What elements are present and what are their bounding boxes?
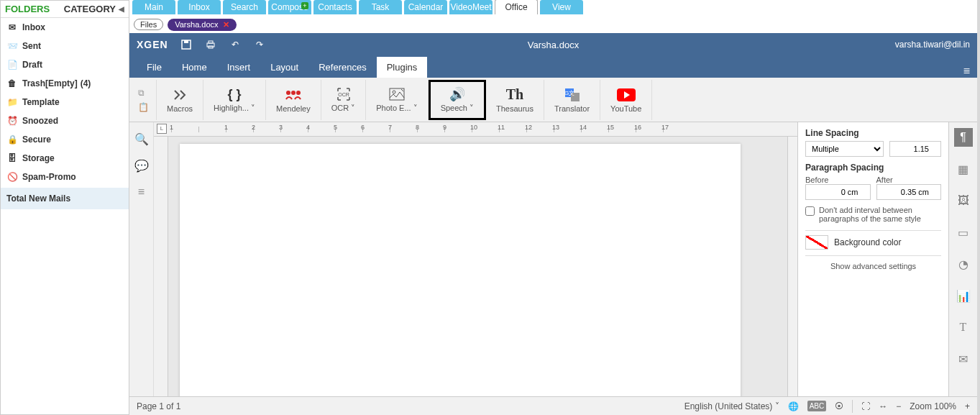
- save-icon[interactable]: [180, 38, 193, 51]
- svg-point-6: [291, 91, 296, 95]
- sidebar-item-snoozed[interactable]: ⏰Snoozed: [1, 111, 129, 130]
- sidebar-tab-folders[interactable]: FOLDERS: [5, 4, 64, 14]
- sidebar-item-spam[interactable]: 🚫Spam-Promo: [1, 168, 129, 186]
- chart-icon[interactable]: 📊: [954, 286, 973, 305]
- document-page[interactable]: [180, 144, 741, 396]
- sidebar-item-label: Secure: [22, 134, 51, 145]
- zoom-in-icon[interactable]: +: [965, 401, 970, 411]
- app-tab-inbox[interactable]: Inbox: [178, 0, 221, 14]
- show-advanced-link[interactable]: Show advanced settings: [805, 262, 941, 270]
- track-changes-icon[interactable]: ⦿: [835, 401, 843, 411]
- bg-color-swatch[interactable]: [805, 235, 828, 250]
- svg-point-10: [393, 91, 395, 94]
- sidebar-item-inbox[interactable]: ✉Inbox: [1, 18, 129, 37]
- paragraph-icon[interactable]: ¶: [954, 128, 973, 147]
- menu-tab-references[interactable]: References: [308, 57, 376, 78]
- vertical-ruler[interactable]: [154, 137, 168, 396]
- ruler-mark: 15: [608, 127, 636, 132]
- image-icon[interactable]: 🖼: [954, 191, 973, 210]
- menu-tab-insert[interactable]: Insert: [217, 57, 261, 78]
- sidebar-item-sent[interactable]: 📨Sent: [1, 37, 129, 55]
- doc-chip[interactable]: Varsha.docx ✕: [168, 19, 236, 31]
- sidebar-item-trash[interactable]: 🗑Trash[Empty](4): [1, 74, 129, 93]
- ruler-mark: 10: [472, 127, 499, 132]
- fit-width-icon[interactable]: ↔: [879, 401, 887, 411]
- fit-page-icon[interactable]: ⛶: [861, 401, 870, 411]
- no-interval-input[interactable]: [805, 206, 815, 216]
- globe-icon[interactable]: 🌐: [788, 401, 799, 411]
- scrollbar[interactable]: [787, 137, 797, 396]
- app-tab-office[interactable]: Office: [495, 0, 538, 14]
- ribbon-translator-button[interactable]: G文Translator: [544, 80, 600, 120]
- copy-icon[interactable]: ⧉: [138, 88, 149, 98]
- app-tab-videomeet[interactable]: VideoMeet: [449, 0, 493, 14]
- headings-icon[interactable]: ≡: [138, 186, 145, 199]
- sidebar-item-template[interactable]: 📁Template: [1, 93, 129, 111]
- youtube-icon: [617, 87, 636, 103]
- ribbon-highlight-button[interactable]: { }Highligh... ˅: [203, 80, 266, 120]
- ribbon-speech-button[interactable]: 🔊Speech ˅: [429, 80, 486, 120]
- tab-stop-selector[interactable]: L: [157, 124, 167, 134]
- ribbon-macros-button[interactable]: Macros: [157, 80, 203, 120]
- sidebar-tab-category[interactable]: CATEGORY: [64, 4, 116, 14]
- comments-icon[interactable]: 💬: [134, 159, 149, 173]
- spacing-before-input[interactable]: [805, 184, 871, 200]
- mail-merge-icon[interactable]: ✉: [954, 350, 973, 368]
- paper-area[interactable]: [168, 137, 787, 396]
- total-new-mails[interactable]: Total New Mails: [1, 188, 129, 209]
- files-button[interactable]: Files: [134, 19, 163, 30]
- undo-icon[interactable]: ↶: [229, 38, 242, 51]
- doc-language[interactable]: English (United States) ˅: [684, 401, 779, 411]
- compose-plus-icon[interactable]: +: [301, 2, 308, 9]
- print-icon[interactable]: [204, 38, 217, 51]
- paste-icon[interactable]: 📋: [138, 102, 149, 112]
- menu-tab-plugins[interactable]: Plugins: [377, 57, 428, 78]
- ribbon-mendeley-button[interactable]: Mendeley: [266, 80, 321, 120]
- menu-tab-home[interactable]: Home: [172, 57, 217, 78]
- close-icon[interactable]: ✕: [223, 20, 229, 29]
- app-tab-task[interactable]: Task: [359, 0, 402, 14]
- sidebar-item-secure[interactable]: 🔒Secure: [1, 130, 129, 149]
- ribbon-label: Speech ˅: [441, 104, 474, 113]
- app-tab-main[interactable]: Main: [132, 0, 175, 14]
- ribbon-ocr-button[interactable]: OCROCR ˅: [321, 80, 367, 120]
- ribbon-thesaurus-button[interactable]: ThThesaurus: [486, 80, 544, 120]
- sidebar-item-draft[interactable]: 📄Draft: [1, 55, 129, 74]
- app-tab-compose[interactable]: Compose+: [268, 0, 311, 14]
- ribbon-label: OCR ˅: [331, 104, 356, 113]
- app-tab-contacts[interactable]: Contacts: [313, 0, 357, 14]
- app-tab-view[interactable]: View: [540, 0, 583, 14]
- menu-tab-file[interactable]: File: [137, 57, 172, 78]
- ruler-mark: [198, 127, 226, 132]
- editor-titlebar: XGEN ↶ ↷ Varsha.docx varsha.tiwari@dil.i…: [129, 33, 977, 56]
- textart-icon[interactable]: T: [954, 318, 973, 337]
- ribbon-photo-button[interactable]: Photo E... ˅: [366, 80, 428, 120]
- sidebar-item-label: Template: [22, 97, 60, 107]
- app-tab-calendar[interactable]: Calendar: [404, 0, 447, 14]
- macros-icon: [172, 87, 188, 103]
- redo-icon[interactable]: ↷: [253, 38, 266, 51]
- sidebar-item-storage[interactable]: 🗄Storage: [1, 149, 129, 168]
- app-tab-search[interactable]: Search: [223, 0, 266, 14]
- menu-hamburger-icon[interactable]: ≡: [963, 65, 970, 78]
- sidebar-item-label: Spam-Promo: [22, 172, 76, 182]
- ribbon-youtube-button[interactable]: YouTube: [600, 80, 652, 120]
- spacing-after-input[interactable]: [876, 184, 942, 200]
- no-interval-checkbox[interactable]: Don't add interval between paragraphs of…: [805, 206, 941, 223]
- header-footer-icon[interactable]: ▭: [954, 223, 973, 242]
- horizontal-ruler[interactable]: L 11234567891011121314151617: [154, 122, 797, 137]
- table-icon[interactable]: ▦: [954, 160, 973, 178]
- sidebar-item-label: Trash[Empty]: [22, 78, 78, 88]
- ruler-mark: 16: [636, 127, 663, 132]
- user-email[interactable]: varsha.tiwari@dil.in: [895, 40, 970, 50]
- menu-tab-layout[interactable]: Layout: [260, 57, 308, 78]
- search-icon[interactable]: 🔍: [134, 132, 149, 146]
- zoom-out-icon[interactable]: −: [896, 401, 901, 411]
- ruler-mark: 14: [581, 127, 608, 132]
- line-spacing-select[interactable]: Multiple: [805, 141, 884, 157]
- line-spacing-value[interactable]: [889, 141, 941, 157]
- zoom-status[interactable]: Zoom 100%: [910, 401, 956, 411]
- shape-icon[interactable]: ◔: [954, 255, 973, 273]
- spellcheck-icon[interactable]: ABC: [807, 401, 827, 411]
- collapse-icon[interactable]: ◀: [119, 5, 124, 13]
